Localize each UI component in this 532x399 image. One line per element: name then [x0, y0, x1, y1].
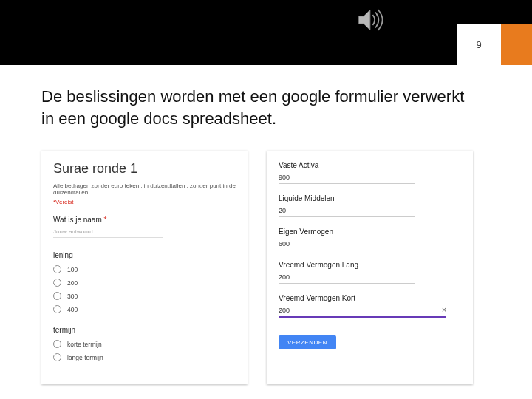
radio-option[interactable]: 100 — [53, 265, 236, 273]
radio-label: lange termijn — [67, 354, 103, 361]
name-input[interactable]: Jouw antwoord — [53, 228, 163, 238]
slide-title: De beslissingen worden met een google fo… — [41, 86, 466, 129]
form-required-note: *Vereist — [53, 199, 236, 205]
radio-icon — [53, 265, 61, 273]
radio-icon — [53, 340, 61, 348]
radio-icon — [53, 305, 61, 313]
slide-top-bar — [0, 0, 532, 65]
forms-container: Surae ronde 1 Alle bedragen zonder euro … — [41, 151, 473, 384]
radio-label: 300 — [67, 293, 78, 300]
radio-icon — [53, 353, 61, 361]
radio-label: korte termijn — [67, 341, 102, 348]
radio-option[interactable]: lange termijn — [53, 353, 236, 361]
field-block: Vreemd Vermogen Lang 200 — [279, 261, 461, 284]
radio-option[interactable]: 400 — [53, 305, 236, 313]
page-number: 9 — [476, 39, 481, 50]
field-input[interactable]: 900 — [279, 172, 415, 184]
page-number-box: 9 — [457, 24, 501, 65]
radio-option[interactable]: korte termijn — [53, 340, 236, 348]
form-title: Surae ronde 1 — [53, 161, 236, 177]
group-lening-label: lening — [53, 251, 236, 259]
field-label: Eigen Vermogen — [279, 228, 461, 236]
question-text: Wat is je naam — [53, 216, 102, 224]
field-block: Liquide Middelen 20 — [279, 194, 461, 217]
radio-option[interactable]: 200 — [53, 279, 236, 287]
radio-label: 400 — [67, 306, 78, 313]
field-input[interactable]: 200 — [279, 272, 415, 284]
question-name: Wat is je naam * — [53, 216, 236, 224]
radio-icon — [53, 279, 61, 287]
svg-marker-0 — [358, 10, 370, 30]
form-left: Surae ronde 1 Alle bedragen zonder euro … — [41, 151, 248, 384]
field-label: Vaste Activa — [279, 161, 461, 169]
speaker-icon — [355, 4, 386, 38]
group-termijn-label: termijn — [53, 326, 236, 334]
field-input[interactable]: 20 — [279, 205, 415, 217]
field-block-active: Vreemd Vermogen Kort 200 × — [279, 294, 461, 318]
form-description: Alle bedragen zonder euro teken ; in dui… — [53, 183, 236, 196]
field-block: Vaste Activa 900 — [279, 161, 461, 184]
radio-option[interactable]: 300 — [53, 292, 236, 300]
field-input-active[interactable]: 200 × — [279, 305, 446, 318]
field-input[interactable]: 600 — [279, 239, 415, 250]
field-label: Vreemd Vermogen Lang — [279, 261, 461, 269]
clear-icon[interactable]: × — [442, 305, 446, 314]
form-right: Vaste Activa 900 Liquide Middelen 20 Eig… — [267, 151, 473, 384]
field-block: Eigen Vermogen 600 — [279, 228, 461, 250]
radio-icon — [53, 292, 61, 300]
field-label: Liquide Middelen — [279, 194, 461, 202]
radio-label: 100 — [67, 266, 78, 273]
accent-block — [501, 24, 532, 65]
required-asterisk: * — [104, 216, 107, 224]
field-label: Vreemd Vermogen Kort — [279, 294, 461, 302]
field-value-text: 200 — [279, 307, 290, 314]
submit-button[interactable]: VERZENDEN — [279, 335, 336, 349]
radio-label: 200 — [67, 279, 78, 287]
